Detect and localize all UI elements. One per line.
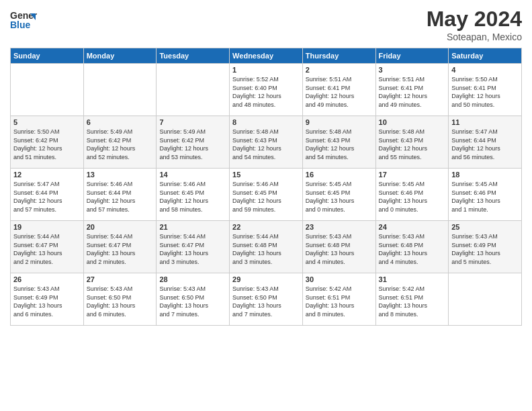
day-info: Sunrise: 5:45 AM Sunset: 6:45 PM Dayligh… xyxy=(306,180,373,214)
calendar-day-cell: 25Sunrise: 5:43 AM Sunset: 6:49 PM Dayli… xyxy=(449,221,522,273)
day-number: 11 xyxy=(451,118,519,126)
day-number: 26 xyxy=(13,275,81,283)
calendar-day-cell: 21Sunrise: 5:44 AM Sunset: 6:47 PM Dayli… xyxy=(157,221,230,273)
calendar-day-cell: 31Sunrise: 5:42 AM Sunset: 6:51 PM Dayli… xyxy=(375,273,449,326)
weekday-header: Tuesday xyxy=(157,48,230,64)
day-number: 24 xyxy=(379,223,446,231)
day-number: 22 xyxy=(232,223,300,231)
day-info: Sunrise: 5:47 AM Sunset: 6:44 PM Dayligh… xyxy=(13,180,81,214)
calendar-day-cell: 2Sunrise: 5:51 AM Sunset: 6:41 PM Daylig… xyxy=(302,64,375,116)
calendar-table: SundayMondayTuesdayWednesdayThursdayFrid… xyxy=(10,48,522,326)
day-number: 15 xyxy=(232,171,300,179)
day-info: Sunrise: 5:48 AM Sunset: 6:43 PM Dayligh… xyxy=(306,128,373,161)
day-number: 14 xyxy=(159,171,226,179)
title-block: May 2024 Soteapan, Mexico xyxy=(427,7,522,42)
calendar-day-cell: 27Sunrise: 5:43 AM Sunset: 6:50 PM Dayli… xyxy=(83,273,157,326)
location: Soteapan, Mexico xyxy=(427,32,522,42)
day-info: Sunrise: 5:46 AM Sunset: 6:45 PM Dayligh… xyxy=(232,180,300,214)
day-number: 13 xyxy=(87,171,154,179)
calendar-day-cell: 17Sunrise: 5:45 AM Sunset: 6:46 PM Dayli… xyxy=(375,169,449,221)
calendar-header: SundayMondayTuesdayWednesdayThursdayFrid… xyxy=(11,48,522,64)
day-info: Sunrise: 5:42 AM Sunset: 6:51 PM Dayligh… xyxy=(379,285,446,318)
day-number: 16 xyxy=(306,171,373,179)
calendar-day-cell: 16Sunrise: 5:45 AM Sunset: 6:45 PM Dayli… xyxy=(302,169,375,221)
day-number: 21 xyxy=(159,223,226,231)
logo: General Blue xyxy=(10,7,37,36)
day-info: Sunrise: 5:45 AM Sunset: 6:46 PM Dayligh… xyxy=(451,180,519,214)
day-number: 30 xyxy=(306,275,373,283)
calendar-day-cell: 20Sunrise: 5:44 AM Sunset: 6:47 PM Dayli… xyxy=(83,221,157,273)
day-info: Sunrise: 5:49 AM Sunset: 6:42 PM Dayligh… xyxy=(159,128,226,161)
calendar-week-row: 19Sunrise: 5:44 AM Sunset: 6:47 PM Dayli… xyxy=(11,221,522,273)
day-number: 31 xyxy=(379,275,446,283)
day-info: Sunrise: 5:52 AM Sunset: 6:40 PM Dayligh… xyxy=(232,75,300,109)
day-number: 19 xyxy=(13,223,81,231)
calendar-day-cell: 3Sunrise: 5:51 AM Sunset: 6:41 PM Daylig… xyxy=(375,64,449,116)
calendar-day-cell: 12Sunrise: 5:47 AM Sunset: 6:44 PM Dayli… xyxy=(11,169,84,221)
weekday-header: Monday xyxy=(83,48,157,64)
weekday-header: Saturday xyxy=(449,48,522,64)
calendar-week-row: 5Sunrise: 5:50 AM Sunset: 6:42 PM Daylig… xyxy=(11,116,522,169)
day-info: Sunrise: 5:43 AM Sunset: 6:49 PM Dayligh… xyxy=(13,285,81,318)
weekday-header: Wednesday xyxy=(230,48,303,64)
day-number: 20 xyxy=(87,223,154,231)
weekday-header: Sunday xyxy=(11,48,84,64)
weekday-header: Friday xyxy=(375,48,449,64)
day-info: Sunrise: 5:44 AM Sunset: 6:47 PM Dayligh… xyxy=(87,232,154,266)
day-info: Sunrise: 5:46 AM Sunset: 6:45 PM Dayligh… xyxy=(159,180,226,214)
calendar-day-cell: 8Sunrise: 5:48 AM Sunset: 6:43 PM Daylig… xyxy=(230,116,303,169)
day-info: Sunrise: 5:43 AM Sunset: 6:50 PM Dayligh… xyxy=(87,285,154,318)
calendar-day-cell xyxy=(83,64,157,116)
calendar-day-cell: 19Sunrise: 5:44 AM Sunset: 6:47 PM Dayli… xyxy=(11,221,84,273)
svg-text:Blue: Blue xyxy=(10,19,31,30)
day-number: 27 xyxy=(87,275,154,283)
calendar-day-cell: 29Sunrise: 5:43 AM Sunset: 6:50 PM Dayli… xyxy=(230,273,303,326)
day-number: 3 xyxy=(379,66,446,74)
day-info: Sunrise: 5:51 AM Sunset: 6:41 PM Dayligh… xyxy=(379,75,446,109)
day-info: Sunrise: 5:43 AM Sunset: 6:48 PM Dayligh… xyxy=(306,232,373,266)
calendar-day-cell: 7Sunrise: 5:49 AM Sunset: 6:42 PM Daylig… xyxy=(157,116,230,169)
calendar-day-cell: 9Sunrise: 5:48 AM Sunset: 6:43 PM Daylig… xyxy=(302,116,375,169)
day-info: Sunrise: 5:42 AM Sunset: 6:51 PM Dayligh… xyxy=(306,285,373,318)
calendar-day-cell xyxy=(157,64,230,116)
day-number: 17 xyxy=(379,171,446,179)
day-info: Sunrise: 5:43 AM Sunset: 6:48 PM Dayligh… xyxy=(379,232,446,266)
month-title: May 2024 xyxy=(427,7,522,32)
day-number: 29 xyxy=(232,275,300,283)
calendar-day-cell: 28Sunrise: 5:43 AM Sunset: 6:50 PM Dayli… xyxy=(157,273,230,326)
day-info: Sunrise: 5:47 AM Sunset: 6:44 PM Dayligh… xyxy=(451,128,519,161)
calendar-day-cell: 23Sunrise: 5:43 AM Sunset: 6:48 PM Dayli… xyxy=(302,221,375,273)
logo-graphic: General Blue xyxy=(10,7,37,36)
day-info: Sunrise: 5:50 AM Sunset: 6:41 PM Dayligh… xyxy=(451,75,519,109)
calendar-day-cell xyxy=(11,64,84,116)
day-number: 10 xyxy=(379,118,446,126)
calendar-day-cell xyxy=(449,273,522,326)
day-info: Sunrise: 5:46 AM Sunset: 6:44 PM Dayligh… xyxy=(87,180,154,214)
calendar-day-cell: 15Sunrise: 5:46 AM Sunset: 6:45 PM Dayli… xyxy=(230,169,303,221)
calendar-day-cell: 30Sunrise: 5:42 AM Sunset: 6:51 PM Dayli… xyxy=(302,273,375,326)
calendar-day-cell: 10Sunrise: 5:48 AM Sunset: 6:43 PM Dayli… xyxy=(375,116,449,169)
calendar-day-cell: 11Sunrise: 5:47 AM Sunset: 6:44 PM Dayli… xyxy=(449,116,522,169)
day-info: Sunrise: 5:51 AM Sunset: 6:41 PM Dayligh… xyxy=(306,75,373,109)
calendar-day-cell: 26Sunrise: 5:43 AM Sunset: 6:49 PM Dayli… xyxy=(11,273,84,326)
day-info: Sunrise: 5:43 AM Sunset: 6:49 PM Dayligh… xyxy=(451,232,519,266)
day-number: 1 xyxy=(232,66,300,74)
calendar-body: 1Sunrise: 5:52 AM Sunset: 6:40 PM Daylig… xyxy=(11,64,522,326)
day-info: Sunrise: 5:48 AM Sunset: 6:43 PM Dayligh… xyxy=(232,128,300,161)
day-info: Sunrise: 5:48 AM Sunset: 6:43 PM Dayligh… xyxy=(379,128,446,161)
day-number: 28 xyxy=(159,275,226,283)
day-number: 12 xyxy=(13,171,81,179)
calendar-day-cell: 24Sunrise: 5:43 AM Sunset: 6:48 PM Dayli… xyxy=(375,221,449,273)
day-number: 4 xyxy=(451,66,519,74)
day-number: 5 xyxy=(13,118,81,126)
calendar-day-cell: 4Sunrise: 5:50 AM Sunset: 6:41 PM Daylig… xyxy=(449,64,522,116)
day-info: Sunrise: 5:49 AM Sunset: 6:42 PM Dayligh… xyxy=(87,128,154,161)
calendar-day-cell: 6Sunrise: 5:49 AM Sunset: 6:42 PM Daylig… xyxy=(83,116,157,169)
day-info: Sunrise: 5:43 AM Sunset: 6:50 PM Dayligh… xyxy=(159,285,226,318)
day-info: Sunrise: 5:45 AM Sunset: 6:46 PM Dayligh… xyxy=(379,180,446,214)
calendar-week-row: 1Sunrise: 5:52 AM Sunset: 6:40 PM Daylig… xyxy=(11,64,522,116)
day-info: Sunrise: 5:44 AM Sunset: 6:47 PM Dayligh… xyxy=(159,232,226,266)
day-info: Sunrise: 5:44 AM Sunset: 6:48 PM Dayligh… xyxy=(232,232,300,266)
day-number: 18 xyxy=(451,171,519,179)
day-number: 8 xyxy=(232,118,300,126)
